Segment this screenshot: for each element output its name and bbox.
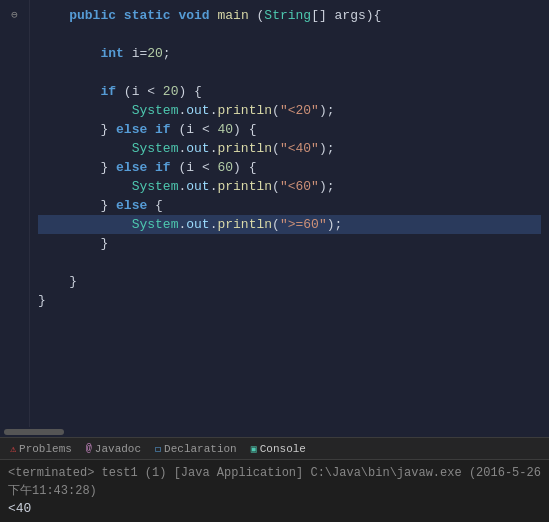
console-icon: ▣ xyxy=(251,443,257,455)
declaration-icon: ◻ xyxy=(155,443,161,455)
horizontal-scrollbar-area xyxy=(0,427,549,437)
bottom-tab-bar: ⚠Problems@Javadoc◻Declaration▣Console xyxy=(0,437,549,459)
console-terminated-text: <terminated> test1 (1) [Java Application… xyxy=(8,464,541,500)
console-tab-label: Console xyxy=(260,443,306,455)
code-line xyxy=(38,25,541,44)
code-line: } xyxy=(38,234,541,253)
problems-icon: ⚠ xyxy=(10,443,16,455)
gutter-collapse-arrow[interactable]: ⊖ xyxy=(11,6,18,25)
tab-javadoc[interactable]: @Javadoc xyxy=(80,439,147,459)
code-line: } else { xyxy=(38,196,541,215)
console-output: <40 xyxy=(8,500,541,518)
gutter: ⊖ xyxy=(0,0,30,427)
code-content[interactable]: public static void main (String[] args){… xyxy=(30,0,549,427)
javadoc-icon: @ xyxy=(86,443,92,454)
tab-console[interactable]: ▣Console xyxy=(245,439,312,459)
code-line xyxy=(38,63,541,82)
javadoc-tab-label: Javadoc xyxy=(95,443,141,455)
code-line: public static void main (String[] args){ xyxy=(38,6,541,25)
code-line: } else if (i < 40) { xyxy=(38,120,541,139)
code-line: } xyxy=(38,291,541,310)
code-line: } else if (i < 60) { xyxy=(38,158,541,177)
code-line: System.out.println(">=60"); xyxy=(38,215,541,234)
code-line: System.out.println("<20"); xyxy=(38,101,541,120)
code-line: } xyxy=(38,272,541,291)
console-area: <terminated> test1 (1) [Java Application… xyxy=(0,459,549,522)
problems-tab-label: Problems xyxy=(19,443,72,455)
code-line xyxy=(38,253,541,272)
code-line: System.out.println("<60"); xyxy=(38,177,541,196)
tab-problems[interactable]: ⚠Problems xyxy=(4,439,78,459)
editor-area: ⊖ public static void main (String[] args… xyxy=(0,0,549,427)
declaration-tab-label: Declaration xyxy=(164,443,237,455)
tab-declaration[interactable]: ◻Declaration xyxy=(149,439,243,459)
code-line: System.out.println("<40"); xyxy=(38,139,541,158)
horizontal-scrollbar[interactable] xyxy=(4,429,64,435)
code-line: int i=20; xyxy=(38,44,541,63)
code-line: if (i < 20) { xyxy=(38,82,541,101)
